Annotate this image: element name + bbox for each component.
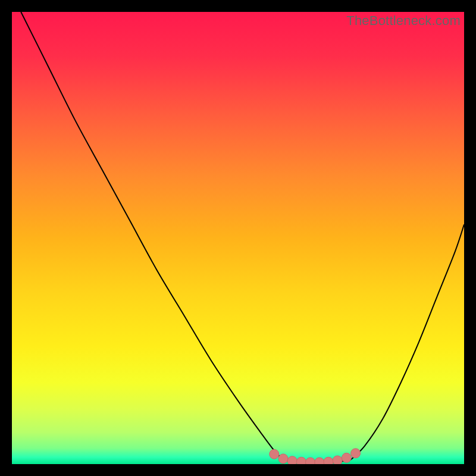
valley-marker xyxy=(351,449,361,458)
valley-marker xyxy=(342,453,351,462)
valley-marker xyxy=(278,454,288,464)
chart-frame: TheBottleneck.com xyxy=(12,12,464,464)
watermark-text: TheBottleneck.com xyxy=(346,13,461,29)
valley-marker xyxy=(306,458,315,464)
valley-marker xyxy=(324,457,333,464)
valley-marker xyxy=(315,458,324,464)
valley-marker xyxy=(270,449,279,459)
valley-marker xyxy=(296,457,306,464)
gradient-rect xyxy=(12,12,464,464)
valley-marker xyxy=(333,456,342,464)
valley-marker xyxy=(287,456,297,464)
bottleneck-chart xyxy=(12,12,464,464)
